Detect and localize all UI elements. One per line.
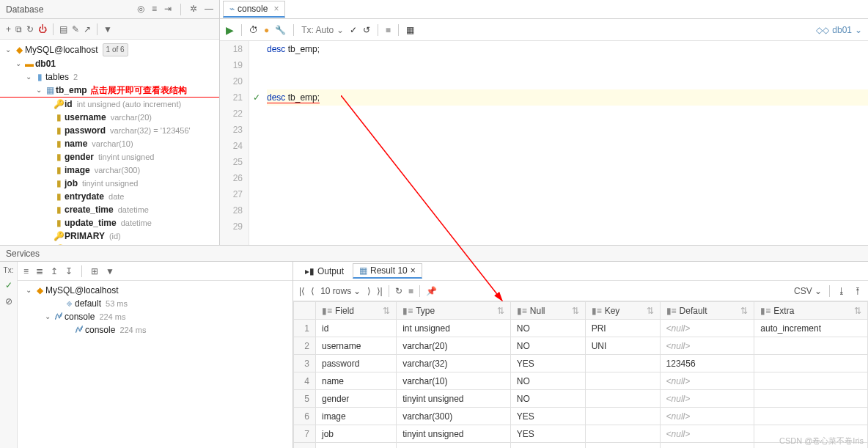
table-cell[interactable]: date xyxy=(397,443,511,449)
table-cell[interactable]: <null> xyxy=(660,408,754,425)
table-cell[interactable]: <null> xyxy=(660,443,754,449)
down-icon[interactable]: ↧ xyxy=(65,266,73,276)
upload-icon[interactable]: ⭱ xyxy=(853,286,862,296)
table-cell[interactable]: varchar(32) xyxy=(397,355,511,372)
target-icon[interactable]: ◎ xyxy=(137,4,144,15)
rollback-icon[interactable]: ↺ xyxy=(363,25,370,35)
table-cell[interactable]: NO xyxy=(510,372,585,390)
code-line[interactable] xyxy=(267,219,868,235)
table-cell[interactable]: varchar(10) xyxy=(397,372,511,390)
close-icon[interactable]: × xyxy=(273,4,279,14)
history-icon[interactable]: ⏱ xyxy=(249,25,258,35)
table-cell[interactable]: NO xyxy=(510,337,585,355)
next-page-icon[interactable]: ⟩ xyxy=(367,286,371,296)
table-cell[interactable]: <null> xyxy=(660,320,754,337)
table-cell[interactable] xyxy=(585,425,660,443)
table-cell[interactable]: auto_increment xyxy=(754,320,868,337)
table-cell[interactable]: id xyxy=(316,320,397,337)
code-line[interactable] xyxy=(267,106,868,122)
table-cell[interactable]: <null> xyxy=(660,372,754,390)
column-row[interactable]: ▮jobtinyint unsigned xyxy=(0,177,219,190)
column-row[interactable]: ▮update_timedatetime xyxy=(0,216,219,229)
table-row[interactable]: 1idint unsignedNOPRI<null>auto_increment xyxy=(294,320,868,337)
sort-icon[interactable]: ⇅ xyxy=(854,306,861,316)
tables-folder-label[interactable]: tables xyxy=(45,71,69,83)
column-row[interactable]: ▮usernamevarchar(20) xyxy=(0,111,219,124)
refresh-icon[interactable]: ↻ xyxy=(26,24,34,34)
csv-dropdown[interactable]: CSV ⌄ xyxy=(794,286,822,296)
table-cell[interactable] xyxy=(585,372,660,390)
service-item[interactable]: ⌄🗲console224 ms xyxy=(18,310,293,323)
column-row[interactable]: 🔑idint unsigned (auto increment) xyxy=(0,98,219,111)
code-line[interactable] xyxy=(267,202,868,219)
first-page-icon[interactable]: |⟨ xyxy=(299,286,305,296)
table-cell[interactable]: <null> xyxy=(660,337,754,355)
table-cell[interactable]: 123456 xyxy=(660,355,754,372)
last-page-icon[interactable]: ⟩| xyxy=(377,286,383,296)
table-cell[interactable]: image xyxy=(316,408,397,425)
table-cell[interactable]: NO xyxy=(510,390,585,408)
table-cell[interactable]: tinyint unsigned xyxy=(397,390,511,408)
pin-icon[interactable]: 📌 xyxy=(426,286,437,296)
column-header[interactable]: ▮≡Field⇅ xyxy=(316,302,397,320)
diagram-icon[interactable]: ▤ xyxy=(59,24,67,34)
service-item[interactable]: ⎆default53 ms xyxy=(18,297,293,310)
hide-icon[interactable]: — xyxy=(205,4,213,15)
table-cell[interactable]: varchar(20) xyxy=(397,337,511,355)
sessions-icon[interactable]: ⊞ xyxy=(91,266,98,276)
table-cell[interactable] xyxy=(585,443,660,449)
filter-icon[interactable]: ▼ xyxy=(106,266,114,276)
column-header[interactable]: ▮≡Type⇅ xyxy=(397,302,511,320)
column-row[interactable]: ▮gendertinyint unsigned xyxy=(0,150,219,164)
schema-label[interactable]: db01 xyxy=(35,58,56,70)
code-line[interactable] xyxy=(267,186,868,202)
collapse-icon[interactable]: ≣ xyxy=(36,266,43,276)
table-cell[interactable]: <null> xyxy=(660,390,754,408)
chevron-down-icon[interactable]: ⌄ xyxy=(3,44,13,56)
table-cell[interactable] xyxy=(754,390,868,408)
table-cell[interactable]: varchar(300) xyxy=(397,408,511,425)
table-cell[interactable] xyxy=(585,355,660,372)
collapse-icon[interactable]: ⇥ xyxy=(164,4,172,15)
stop-icon[interactable]: ⏻ xyxy=(38,24,47,34)
sort-icon[interactable]: ⇅ xyxy=(647,306,654,316)
code-line[interactable] xyxy=(267,154,868,170)
table-cell[interactable]: name xyxy=(316,372,397,390)
column-row[interactable]: ▮namevarchar(10) xyxy=(0,137,219,150)
code-line[interactable] xyxy=(267,170,868,186)
close-icon[interactable]: × xyxy=(411,265,416,276)
table-cell[interactable]: PRI xyxy=(585,320,660,337)
column-row[interactable]: 🔑PRIMARY(id) xyxy=(0,229,219,243)
table-cell[interactable]: password xyxy=(316,355,397,372)
column-row[interactable]: ▮passwordvarchar(32) = '123456' xyxy=(0,124,219,137)
code-editor[interactable]: 181920212223242526272829 ✓ desc tb_emp;d… xyxy=(220,41,868,245)
db-selector[interactable]: db01 xyxy=(832,25,852,35)
chevron-down-icon[interactable]: ⌄ xyxy=(13,58,23,70)
tab-result[interactable]: ▦ Result 10 × xyxy=(353,263,422,279)
stop-icon[interactable]: ■ xyxy=(386,25,391,35)
sort-icon[interactable]: ⇅ xyxy=(497,306,504,316)
table-cell[interactable] xyxy=(585,390,660,408)
reload-icon[interactable]: ↻ xyxy=(395,286,402,296)
code-line[interactable] xyxy=(267,73,868,89)
table-cell[interactable] xyxy=(754,337,868,355)
duplicate-icon[interactable]: ⧉ xyxy=(15,24,22,34)
code-line[interactable] xyxy=(267,57,868,73)
table-row[interactable]: 2usernamevarchar(20)NOUNI<null> xyxy=(294,337,868,355)
chevron-down-icon[interactable]: ⌄ xyxy=(855,25,862,35)
stack-icon[interactable]: ≡ xyxy=(152,4,157,15)
column-header[interactable]: ▮≡Extra⇅ xyxy=(754,302,868,320)
database-tree[interactable]: ⌄ ◆ MySQL@localhost 1 of 6 ⌄ ▬ db01 ⌄ ▮ … xyxy=(0,40,219,245)
table-cell[interactable] xyxy=(585,408,660,425)
explain-icon[interactable]: ● xyxy=(264,25,269,35)
table-cell[interactable] xyxy=(754,355,868,372)
rollback-icon[interactable]: ⊘ xyxy=(5,296,12,306)
up-icon[interactable]: ↥ xyxy=(51,266,58,276)
run-icon[interactable]: ▶ xyxy=(226,24,234,36)
column-row[interactable]: ▮imagevarchar(300) xyxy=(0,164,219,177)
commit-icon[interactable]: ✓ xyxy=(5,280,12,290)
rows-label[interactable]: 10 rows ⌄ xyxy=(320,286,361,296)
table-cell[interactable]: int unsigned xyxy=(397,320,511,337)
sort-icon[interactable]: ⇅ xyxy=(383,306,390,316)
column-row[interactable]: ▮entrydatedate xyxy=(0,190,219,203)
